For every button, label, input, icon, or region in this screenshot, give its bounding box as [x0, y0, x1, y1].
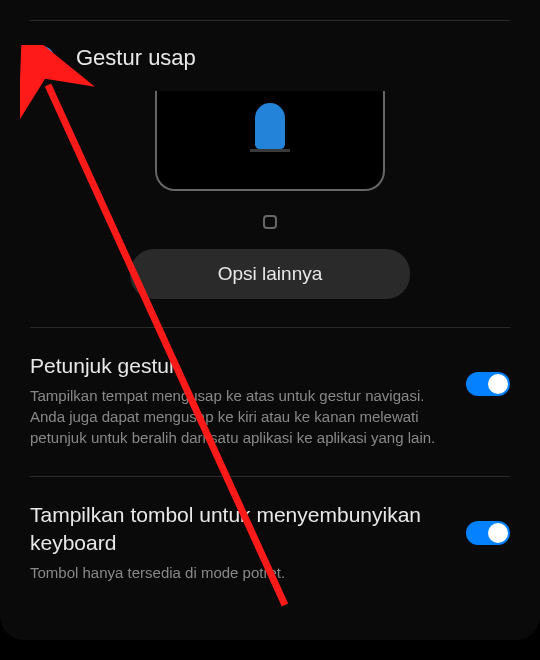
- gesture-swipe-label: Gestur usap: [76, 45, 196, 71]
- phone-preview: [155, 91, 385, 191]
- gesture-hints-description: Tampilkan tempat mengusap ke atas untuk …: [30, 385, 446, 448]
- nav-indicator-icon: [255, 103, 285, 149]
- keyboard-button-setting[interactable]: Tampilkan tombol untuk menyembunyikan ke…: [30, 501, 510, 583]
- gesture-hints-toggle[interactable]: [466, 372, 510, 396]
- keyboard-button-description: Tombol hanya tersedia di mode potret.: [30, 562, 446, 583]
- toggle-knob-icon: [488, 523, 508, 543]
- nav-base-icon: [250, 149, 290, 152]
- page-indicator-icon: [263, 215, 277, 229]
- keyboard-button-toggle[interactable]: [466, 521, 510, 545]
- keyboard-button-title: Tampilkan tombol untuk menyembunyikan ke…: [30, 501, 446, 556]
- radio-button[interactable]: [30, 46, 54, 70]
- gesture-swipe-radio-row[interactable]: Gestur usap: [30, 45, 510, 71]
- toggle-knob-icon: [488, 374, 508, 394]
- divider: [30, 476, 510, 477]
- gesture-hints-setting[interactable]: Petunjuk gestur Tampilkan tempat mengusa…: [30, 352, 510, 448]
- divider: [30, 327, 510, 328]
- radio-selected-icon: [36, 52, 48, 64]
- more-options-button[interactable]: Opsi lainnya: [130, 249, 410, 299]
- gesture-hints-title: Petunjuk gestur: [30, 352, 446, 379]
